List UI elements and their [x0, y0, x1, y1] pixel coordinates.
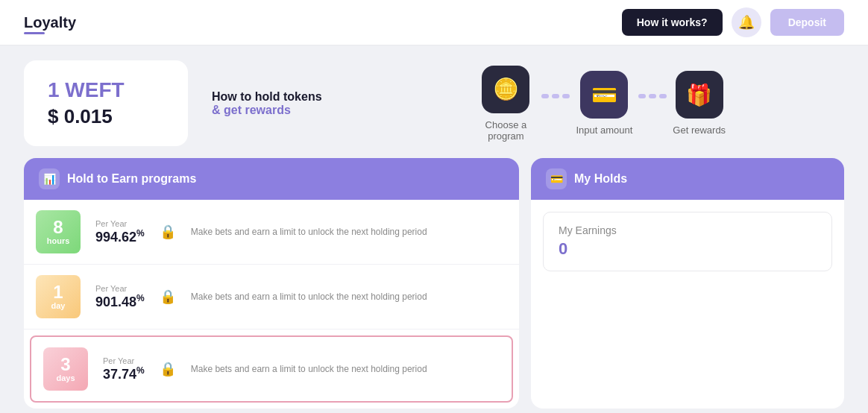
my-earnings-box: My Earnings 0: [543, 212, 832, 271]
program-time-unit-1d: day: [51, 301, 66, 310]
how-to-line2: & get rewards: [212, 104, 291, 117]
program-item-1d[interactable]: 1 day Per Year 901.48% 🔒 Make bets and e…: [24, 265, 519, 330]
program-badge-1d: 1 day: [36, 275, 81, 318]
how-it-works-button[interactable]: How it works?: [622, 9, 723, 36]
program-rate-1d: Per Year 901.48%: [95, 284, 145, 310]
dot: [659, 94, 667, 98]
program-rate-label-3d: Per Year: [103, 356, 145, 365]
my-holds-card: 💳 My Holds My Earnings 0: [531, 158, 844, 409]
main-content: 1 WEFT $ 0.015 How to hold tokens & get …: [0, 45, 868, 413]
lock-icon-8h: 🔒: [160, 224, 176, 240]
programs-header: 📊 Hold to Earn programs: [24, 158, 519, 200]
program-rate-value-1d: 901.48%: [95, 293, 145, 310]
lock-icon-1d: 🔒: [160, 289, 176, 305]
dot: [552, 94, 559, 98]
dot: [649, 94, 656, 98]
step-choose-program: 🪙 Choose a program: [476, 66, 535, 142]
bell-button[interactable]: 🔔: [732, 7, 761, 37]
program-desc-1d: Make bets and earn a limit to unlock the…: [191, 291, 507, 302]
program-time-unit-8h: hours: [47, 236, 70, 245]
programs-card: 📊 Hold to Earn programs 8 hours Per Year…: [24, 158, 519, 409]
program-badge-8h: 8 hours: [36, 210, 81, 253]
program-time-num-8h: 8: [53, 218, 63, 236]
program-rate-8h: Per Year 994.62%: [95, 219, 145, 245]
program-time-num-3d: 3: [60, 356, 70, 373]
hero-token: 1 WEFT: [48, 78, 164, 102]
choose-program-label: Choose a program: [476, 119, 535, 142]
step-dots-1: [541, 94, 570, 98]
page-title: Loyalty: [24, 14, 76, 31]
my-earnings-label: My Earnings: [559, 224, 817, 236]
dot: [562, 94, 570, 98]
top-bar: Loyalty How it works? 🔔 Deposit: [0, 0, 868, 45]
how-to-section: How to hold tokens & get rewards: [212, 90, 322, 117]
program-time-num-1d: 1: [53, 283, 63, 301]
lock-icon-3d: 🔒: [160, 361, 176, 377]
get-rewards-label: Get rewards: [673, 124, 726, 136]
program-item-3d[interactable]: 3 days Per Year 37.74% 🔒 Make bets and e…: [30, 335, 513, 403]
how-to-line1: How to hold tokens: [212, 90, 322, 104]
my-holds-header: 💳 My Holds: [531, 158, 844, 200]
programs-header-title: Hold to Earn programs: [67, 172, 196, 186]
program-rate-value-3d: 37.74%: [103, 365, 145, 382]
my-earnings-value: 0: [559, 239, 817, 259]
step-dots-2: [638, 94, 667, 98]
program-rate-value-8h: 994.62%: [95, 228, 145, 245]
input-amount-icon: 💳: [580, 71, 628, 119]
program-desc-8h: Make bets and earn a limit to unlock the…: [191, 227, 507, 237]
choose-program-icon: 🪙: [482, 66, 529, 113]
bell-icon: 🔔: [738, 14, 755, 31]
step-input-amount: 💳 Input amount: [576, 71, 632, 136]
get-rewards-icon: 🎁: [676, 71, 723, 119]
deposit-button[interactable]: Deposit: [770, 9, 844, 36]
program-time-unit-3d: days: [56, 373, 75, 382]
my-holds-header-title: My Holds: [574, 172, 627, 186]
step-get-rewards: 🎁 Get rewards: [673, 71, 726, 136]
program-rate-3d: Per Year 37.74%: [103, 356, 145, 382]
program-badge-3d: 3 days: [43, 347, 88, 391]
programs-header-icon: 📊: [39, 168, 60, 189]
top-section: 1 WEFT $ 0.015 How to hold tokens & get …: [24, 60, 844, 146]
hero-price: $ 0.015: [48, 105, 164, 128]
dot: [541, 94, 549, 98]
dot: [638, 94, 646, 98]
top-bar-actions: How it works? 🔔 Deposit: [622, 7, 844, 37]
program-rate-label-8h: Per Year: [95, 219, 145, 228]
my-holds-header-icon: 💳: [546, 168, 567, 189]
program-desc-3d: Make bets and earn a limit to unlock the…: [191, 364, 500, 374]
program-item-8h[interactable]: 8 hours Per Year 994.62% 🔒 Make bets and…: [24, 200, 519, 265]
input-amount-label: Input amount: [576, 124, 632, 136]
steps-section: 🪙 Choose a program 💳 Input amount: [358, 66, 844, 142]
hero-card: 1 WEFT $ 0.015: [24, 60, 188, 146]
bottom-section: 📊 Hold to Earn programs 8 hours Per Year…: [24, 158, 844, 409]
program-rate-label-1d: Per Year: [95, 284, 145, 293]
